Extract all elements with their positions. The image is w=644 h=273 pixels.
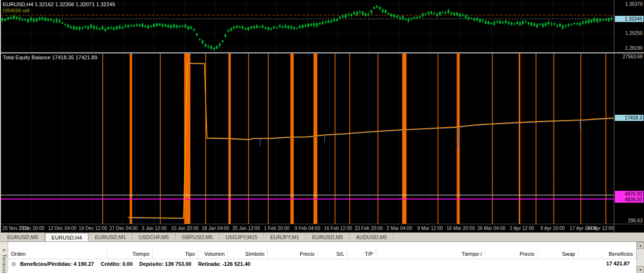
terminal-tab-label[interactable]: Terminal — [1, 254, 7, 273]
summary-cr-dito-: Crédito: 0.00 — [101, 261, 133, 267]
terminal-panel: × Terminal OrdenTiempoTipoVolumenSímbolo… — [0, 241, 644, 273]
column-header-tipo[interactable]: Tipo — [153, 250, 198, 259]
chart-tabs-bar: EURUSD,M5EURUSD,H4EURUSD,M1USDCHF,M5GBPU… — [0, 232, 644, 241]
equity-chart-pane[interactable]: Total Equity Balance 17418.35 17421.89 — [1, 54, 614, 224]
chart-tab-eurusd-m5[interactable]: EURUSD,M5 — [306, 233, 350, 241]
balance-row[interactable]: Beneficios/Pérdidas: 4 190.27Crédito: 0.… — [8, 259, 636, 269]
price-chart-canvas[interactable] — [1, 1, 614, 52]
chart-tab-eurjpy-m1[interactable]: EURJPY,M1 — [264, 233, 306, 241]
mt4-window: EURUSD,H4 1.32162 1.32356 1.32071 1.3224… — [0, 0, 644, 273]
time-axis[interactable]: 25 Nov 20112 Dec 20:0012 Dec 04:0019 Dec… — [1, 224, 614, 232]
terminal-tab-strip: × Terminal — [0, 242, 8, 273]
time-axis-label: 24 Apr 12:00 — [587, 226, 614, 231]
scroll-down-button[interactable]: ▼ — [637, 266, 644, 273]
chart-tab-eurusd-m1[interactable]: EURUSD,M1 — [88, 233, 132, 241]
equity-scale[interactable]: 27563.68 17418.3 4875.00 4836.00 295.63 — [614, 54, 644, 224]
ohlc-label: EURUSD,H4 1.32162 1.32356 1.32071 1.3224… — [3, 1, 115, 7]
price-chart-pane[interactable]: EURUSD,H4 1.32162 1.32356 1.32071 1.3224… — [1, 1, 614, 52]
column-header-swap[interactable]: Swap — [538, 250, 579, 259]
time-axis-label: 19 Dec 12:00 — [79, 226, 108, 231]
summary-dep-sito-: Depósito: 139 753.00 — [139, 261, 191, 267]
current-equity-box: 17418.3 — [615, 115, 644, 121]
time-axis-label: 12 Dec 04:00 — [48, 226, 76, 231]
column-header-precio[interactable]: Precio — [485, 250, 538, 259]
column-header-volumen[interactable]: Volumen — [198, 250, 228, 259]
terminal-scrollbar[interactable]: ▲ ▼ — [636, 242, 644, 273]
time-axis-label: 3 Jan 12:00 — [142, 226, 166, 231]
equity-indicator-title: Total Equity Balance 17418.35 17421.89 — [3, 55, 98, 60]
equity-scale-label: 27563.68 — [622, 54, 643, 59]
current-price-box: 1.32245 — [615, 16, 644, 22]
chart-tab-gbpusd-m5[interactable]: GBPUSD,M5 — [175, 233, 219, 241]
total-profit-value: 17 421.87 — [606, 261, 630, 266]
time-axis-label: 16 Feb 12:00 — [324, 226, 352, 231]
chart-tab-audusd-m5[interactable]: AUDUSD,M5 — [349, 233, 393, 241]
time-axis-label: 9 Feb 04:00 — [295, 226, 320, 231]
time-axis-label: 18 Jan 04:00 — [202, 226, 229, 231]
time-axis-label: 1 Feb 20:00 — [264, 226, 289, 231]
summary-retirada-: Retirada: -126 521.40 — [198, 261, 250, 267]
time-axis-label: 2 Apr 12:00 — [510, 226, 534, 231]
price-scale-label: 1.26190 — [625, 45, 643, 51]
scroll-up-button[interactable]: ▲ — [637, 242, 644, 249]
price-scale[interactable]: 1.35370 1.29250 1.26190 1.32245 — [614, 1, 644, 52]
order-line-label: 1994599 sell — [2, 8, 30, 13]
chart-tab-eurusd-h4[interactable]: EURUSD,H4 — [45, 233, 89, 241]
time-axis-label: 2 Mar 04:00 — [387, 226, 412, 231]
time-axis-label: 25 Jan 12:00 — [232, 226, 260, 231]
window-left-border — [0, 0, 1, 232]
terminal-main: OrdenTiempoTipoVolumenSímboloPrecioS/LT/… — [8, 242, 636, 273]
balance-row-icon — [11, 262, 16, 266]
chart-tab-usdjpy-m15[interactable]: USDJPY,M15 — [219, 233, 264, 241]
close-terminal-button[interactable]: × — [0, 247, 8, 253]
pane-splitter[interactable] — [0, 52, 644, 54]
equity-scale-label: 295.63 — [628, 218, 643, 223]
column-header-tiempo-[interactable]: Tiempo / — [376, 250, 485, 259]
summary-beneficios-p-rdidas-: Beneficios/Pérdidas: 4 190.27 — [20, 261, 94, 267]
time-axis-label: 26 Mar 04:00 — [477, 226, 505, 231]
chart-tab-eurusd-m5[interactable]: EURUSD,M5 — [1, 233, 45, 241]
time-axis-label: 9 Mar 12:00 — [417, 226, 443, 231]
time-axis-label: 2 Dec 20:00 — [19, 226, 44, 231]
chart-tab-usdchf-m5[interactable]: USDCHF,M5 — [132, 233, 175, 241]
column-header-t-p[interactable]: T/P — [348, 250, 376, 259]
time-axis-label: 9 Apr 20:00 — [540, 226, 565, 231]
time-axis-label: 16 Mar 20:00 — [447, 226, 475, 231]
column-header-beneficios[interactable]: Beneficios — [579, 250, 636, 259]
terminal-header-row: OrdenTiempoTipoVolumenSímboloPrecioS/LT/… — [8, 250, 636, 259]
column-header-s-mbolo[interactable]: Símbolo — [228, 250, 268, 259]
magenta-level-box: 4836.00 — [615, 197, 644, 203]
price-scale-label: 1.29250 — [625, 31, 643, 36]
column-header-s-l[interactable]: S/L — [318, 250, 348, 259]
time-axis-label: 23 Feb 20:00 — [355, 226, 383, 231]
balance-summary: Beneficios/Pérdidas: 4 190.27Crédito: 0.… — [20, 261, 257, 267]
column-header-tiempo[interactable]: Tiempo — [108, 250, 153, 259]
column-header-precio[interactable]: Precio — [268, 250, 318, 259]
time-axis-label: 10 Jan 20:00 — [171, 226, 199, 231]
time-axis-label: 27 Dec 04:00 — [109, 226, 138, 231]
price-scale-label: 1.35370 — [625, 1, 643, 7]
equity-chart-canvas[interactable] — [1, 54, 614, 224]
column-header-orden[interactable]: Orden — [8, 250, 108, 259]
